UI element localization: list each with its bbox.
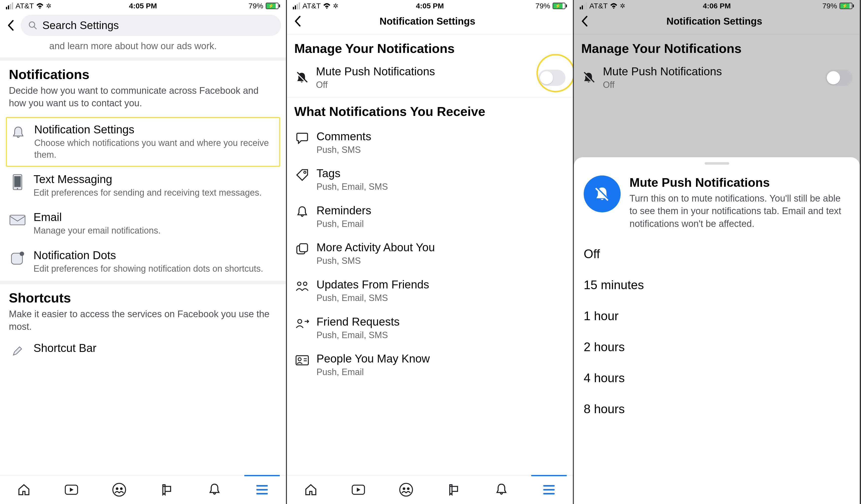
status-bar: AT&T ✲ 4:05 PM 79% ⚡ xyxy=(0,0,286,12)
mute-toggle[interactable] xyxy=(825,70,852,86)
option-8-hours[interactable]: 8 hours xyxy=(574,393,860,424)
search-icon xyxy=(28,21,38,30)
row-tags[interactable]: TagsPush, Email, SMS xyxy=(287,161,573,198)
wifi-icon xyxy=(610,3,617,9)
row-title: Comments xyxy=(316,130,371,143)
signal-icon xyxy=(6,2,13,9)
row-title: Notification Settings xyxy=(34,123,276,136)
nav-watch[interactable] xyxy=(63,481,80,499)
nav-watch[interactable] xyxy=(350,481,367,499)
header: Notification Settings xyxy=(287,12,573,34)
clock: 4:05 PM xyxy=(129,2,157,10)
app-badge-icon xyxy=(9,250,26,267)
battery-pct: 79% xyxy=(535,2,550,10)
nav-pages[interactable] xyxy=(158,481,176,499)
row-subtitle: Edit preferences for showing notificatio… xyxy=(33,263,277,275)
row-reminders[interactable]: RemindersPush, Email xyxy=(287,198,573,236)
svg-rect-5 xyxy=(10,215,25,225)
loading-icon: ✲ xyxy=(620,2,625,10)
sheet-handle[interactable] xyxy=(705,162,729,165)
divider xyxy=(0,57,286,61)
svg-point-19 xyxy=(298,319,302,323)
header: Search Settings xyxy=(0,12,286,41)
svg-point-17 xyxy=(298,282,301,285)
option-2-hours[interactable]: 2 hours xyxy=(574,332,860,363)
row-comments[interactable]: CommentsPush, SMS xyxy=(287,124,573,162)
search-input[interactable]: Search Settings xyxy=(21,15,281,36)
envelope-icon xyxy=(9,211,26,229)
search-placeholder: Search Settings xyxy=(42,19,119,31)
svg-point-9 xyxy=(113,483,126,496)
page-title: Notification Settings xyxy=(598,16,831,27)
signal-icon xyxy=(580,2,587,9)
bell-mute-icon xyxy=(294,71,309,84)
row-friend-updates[interactable]: Updates From FriendsPush, Email, SMS xyxy=(287,272,573,310)
option-off[interactable]: Off xyxy=(574,238,860,269)
clock: 4:06 PM xyxy=(703,2,731,10)
section-shortcuts: Shortcuts Make it easier to access the s… xyxy=(0,284,286,340)
row-email[interactable]: Email Manage your email notifications. xyxy=(0,205,286,243)
section-notifications: Notifications Decide how you want to com… xyxy=(0,61,286,117)
nav-notifications[interactable] xyxy=(493,481,510,499)
nav-pages[interactable] xyxy=(445,481,463,499)
toggle-state: Off xyxy=(603,79,818,91)
page-title: Notification Settings xyxy=(311,16,544,27)
tag-icon xyxy=(294,167,310,183)
loading-icon: ✲ xyxy=(46,2,52,10)
svg-point-14 xyxy=(304,171,306,173)
screen-mute-sheet: AT&T ✲ 4:06 PM 79% ⚡ Notification Settin… xyxy=(574,0,861,504)
row-more-activity[interactable]: More Activity About YouPush, SMS xyxy=(287,235,573,272)
bell-icon xyxy=(10,124,27,141)
friend-request-icon xyxy=(294,316,310,331)
signal-icon xyxy=(293,2,300,9)
row-mute-push[interactable]: Mute Push Notifications Off xyxy=(574,61,860,97)
phone-icon xyxy=(9,173,26,191)
bell-mute-icon xyxy=(581,71,596,84)
mute-toggle[interactable] xyxy=(538,70,565,86)
row-text-messaging[interactable]: Text Messaging Edit preferences for send… xyxy=(0,167,286,205)
wifi-icon xyxy=(36,3,44,9)
row-title: People You May Know xyxy=(316,352,430,365)
back-button[interactable] xyxy=(5,19,16,32)
nav-home[interactable] xyxy=(15,481,33,499)
section-heading: Notifications xyxy=(9,67,277,82)
nav-groups[interactable] xyxy=(110,481,128,499)
svg-point-11 xyxy=(120,487,123,490)
row-title: Updates From Friends xyxy=(316,278,429,291)
nav-home[interactable] xyxy=(302,481,320,499)
row-subtitle: Push, Email xyxy=(316,366,430,378)
back-button[interactable] xyxy=(292,15,306,28)
battery-icon: ⚡ xyxy=(552,3,567,9)
row-friend-requests[interactable]: Friend RequestsPush, Email, SMS xyxy=(287,310,573,347)
svg-point-4 xyxy=(17,188,18,189)
row-title: Mute Push Notifications xyxy=(316,65,532,78)
section-desc: Make it easier to access the services on… xyxy=(9,308,277,333)
option-1-hour[interactable]: 1 hour xyxy=(574,300,860,332)
section-heading: What Notifications You Receive xyxy=(287,97,573,124)
wifi-icon xyxy=(323,3,330,9)
row-shortcut-bar[interactable]: Shortcut Bar xyxy=(0,340,286,365)
row-notification-settings[interactable]: Notification Settings Choose which notif… xyxy=(6,118,279,166)
highlighted-item: Notification Settings Choose which notif… xyxy=(6,117,280,167)
screen-settings-main: AT&T ✲ 4:05 PM 79% ⚡ Search Settings and… xyxy=(0,0,287,504)
row-subtitle: Edit preferences for sending and receivi… xyxy=(33,187,277,199)
row-notification-dots[interactable]: Notification Dots Edit preferences for s… xyxy=(0,243,286,281)
nav-menu[interactable] xyxy=(540,481,558,499)
row-people-you-may-know[interactable]: People You May KnowPush, Email xyxy=(287,347,573,384)
back-button[interactable] xyxy=(579,15,593,28)
loading-icon: ✲ xyxy=(333,2,338,10)
section-heading: Manage Your Notifications xyxy=(287,34,573,61)
sheet-desc: Turn this on to mute notifications. You'… xyxy=(629,192,850,230)
battery-icon: ⚡ xyxy=(265,3,280,9)
row-mute-push[interactable]: Mute Push Notifications Off xyxy=(287,61,573,97)
option-15-minutes[interactable]: 15 minutes xyxy=(574,269,860,300)
nav-notifications[interactable] xyxy=(206,481,223,499)
battery-pct: 79% xyxy=(822,2,837,10)
clock: 4:05 PM xyxy=(416,2,444,10)
divider xyxy=(0,281,286,284)
svg-point-27 xyxy=(407,487,410,490)
section-heading: Manage Your Notifications xyxy=(574,34,860,61)
option-4-hours[interactable]: 4 hours xyxy=(574,363,860,393)
nav-groups[interactable] xyxy=(397,481,415,499)
nav-menu[interactable] xyxy=(253,481,271,499)
